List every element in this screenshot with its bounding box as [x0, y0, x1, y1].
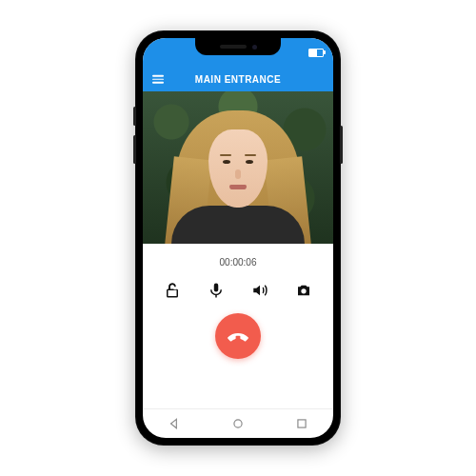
caller-portrait	[167, 101, 309, 244]
svg-rect-0	[168, 289, 178, 297]
app-header: MAIN ENTRANCE	[143, 67, 333, 91]
android-nav-bar	[143, 408, 333, 438]
video-feed[interactable]	[143, 91, 333, 244]
home-icon[interactable]	[229, 415, 247, 432]
phone-side-button	[340, 126, 343, 164]
screen: MAIN ENTRANCE 00:00:06	[143, 38, 333, 438]
phone-side-button	[133, 107, 136, 126]
microphone-icon[interactable]	[207, 281, 226, 300]
camera-icon[interactable]	[294, 281, 313, 300]
recent-icon[interactable]	[293, 415, 310, 432]
back-icon[interactable]	[166, 415, 183, 432]
phone-frame: MAIN ENTRANCE 00:00:06	[135, 30, 341, 446]
svg-rect-5	[298, 420, 306, 427]
header-title: MAIN ENTRANCE	[195, 74, 281, 85]
svg-rect-1	[214, 284, 219, 292]
call-timer: 00:00:06	[220, 257, 257, 268]
phone-side-button	[133, 135, 136, 164]
call-controls: 00:00:06	[143, 244, 333, 408]
hangup-icon	[226, 324, 250, 348]
control-row	[163, 281, 313, 300]
svg-point-4	[234, 420, 242, 427]
speaker-icon[interactable]	[250, 281, 269, 300]
svg-point-3	[301, 288, 306, 293]
unlock-icon[interactable]	[163, 281, 182, 300]
battery-icon	[308, 49, 324, 57]
menu-icon[interactable]	[152, 75, 164, 84]
hangup-button[interactable]	[215, 313, 261, 359]
notch	[195, 38, 281, 55]
